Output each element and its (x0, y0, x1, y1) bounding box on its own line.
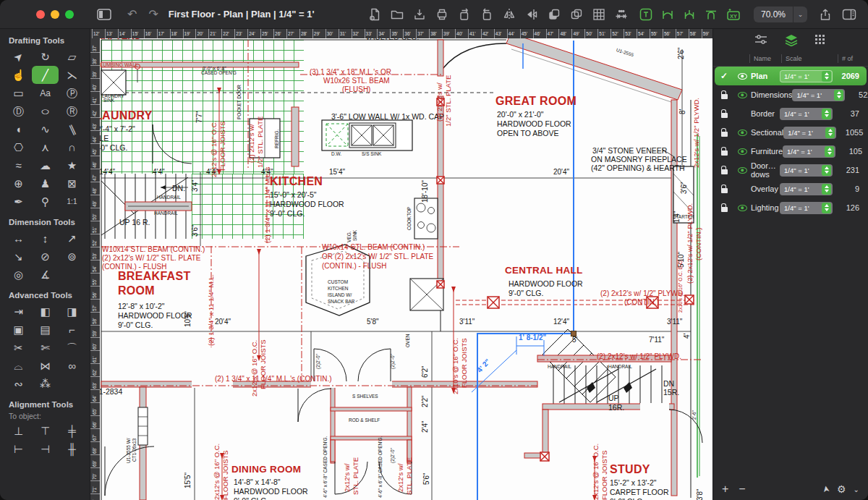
layer-scale-dropdown[interactable]: 1/4" = 1' (780, 70, 833, 82)
tool-spline[interactable]: ⋏ (32, 138, 59, 156)
layer-row-Dimensions[interactable]: Dimensions1/4" = 1'522 (715, 85, 867, 104)
active-check-icon[interactable]: ✓ (715, 71, 733, 81)
dimension-roof-icon[interactable] (705, 8, 718, 21)
close-button[interactable] (36, 10, 45, 19)
selection-handle[interactable] (571, 331, 576, 336)
tool-dim-aligned[interactable]: ↗ (59, 229, 85, 247)
tool-align-left[interactable]: ⊢ (5, 440, 32, 458)
tool-dim-angle[interactable]: ∡ (32, 266, 59, 284)
footer-chevron-icon[interactable]: ⌄ (854, 486, 859, 493)
layer-scale-dropdown[interactable]: 1/4" = 1' (783, 127, 836, 139)
add-layer-button[interactable]: + (722, 483, 728, 496)
layer-scale-dropdown[interactable]: 1/4" = 1' (780, 202, 833, 214)
fullscreen-button[interactable] (65, 10, 74, 19)
tool-construction-line[interactable]: ⋋ (59, 66, 85, 84)
tool-join[interactable]: ⌐ (59, 321, 85, 339)
right-panel-toggle-icon[interactable] (842, 8, 856, 21)
visibility-eye-icon[interactable] (738, 205, 747, 211)
visibility-eye-icon[interactable] (738, 148, 747, 155)
scale-stepper-icon[interactable] (822, 71, 831, 82)
scale-stepper-icon[interactable] (825, 127, 835, 138)
components-tab-icon[interactable] (814, 34, 827, 46)
scale-stepper-icon[interactable] (822, 184, 831, 195)
tool-select[interactable]: ➤ (5, 48, 32, 66)
tool-pan[interactable]: ☝ (5, 66, 32, 84)
layer-row-Furniture[interactable]: Furniture1/4" = 1'105 (715, 142, 867, 161)
traffic-lights[interactable] (36, 10, 74, 19)
layer-row-Lighting[interactable]: Lighting1/4" = 1'126 (715, 198, 867, 217)
tool-fillet[interactable]: ⌒ (59, 339, 85, 357)
rotate-cw-icon[interactable] (458, 8, 471, 21)
tool-stamp[interactable]: ♟ (32, 174, 59, 192)
dimension-arc-extended-icon[interactable] (683, 8, 696, 21)
tool-align-center-h[interactable]: ╪ (59, 422, 85, 440)
tool-closed-freeform[interactable]: ☁ (32, 156, 59, 174)
undo-icon[interactable]: ↶ (127, 7, 137, 21)
scale-stepper-icon[interactable] (822, 109, 831, 119)
tool-link[interactable]: ∞ (59, 357, 85, 375)
rotate-ccw-icon[interactable] (480, 8, 493, 21)
lock-icon[interactable] (721, 94, 728, 99)
mirror-icon[interactable] (503, 8, 516, 21)
layers-tab-icon[interactable] (784, 34, 799, 46)
tool-cross-box[interactable]: ⊠ (59, 174, 85, 192)
tool-send-backward[interactable]: ▤ (32, 321, 59, 339)
open-folder-icon[interactable] (391, 8, 404, 21)
tool-pentagon-select[interactable]: ◖ (5, 120, 32, 138)
tool-arc[interactable]: ∩ (59, 138, 85, 156)
copy-icon[interactable] (548, 8, 561, 21)
tool-bring-forward[interactable]: ▣ (5, 321, 32, 339)
drawing-canvas[interactable]: RAFTERSLAUNDRY12'-4" x 7'-2"TILE9'-0" CL… (90, 29, 712, 500)
tool-ellipse[interactable]: ○ (32, 102, 59, 120)
zoom-dropdown-chevron-icon[interactable]: ⌄ (793, 7, 807, 22)
tool-mirror-tool[interactable]: ⋈ (32, 357, 59, 375)
duplicate-icon[interactable] (570, 8, 583, 21)
redo-icon[interactable]: ↷ (148, 7, 158, 21)
visibility-eye-icon[interactable] (738, 92, 747, 98)
dimension-arc-icon[interactable] (661, 8, 674, 21)
tool-curve[interactable]: ∿ (32, 120, 59, 138)
tool-rounded-rectangle[interactable]: Ⓡ (59, 102, 85, 120)
layer-row-Sectional[interactable]: Sectional1/4" = 1'1055 (715, 123, 867, 142)
visibility-eye-icon[interactable] (738, 130, 747, 136)
layer-row-Overlay[interactable]: Overlay1/4" = 1'9 (715, 179, 867, 198)
tool-align-right[interactable]: ⊣ (32, 440, 59, 458)
tool-align-bottom[interactable]: ⊥ (5, 422, 32, 440)
layer-scale-dropdown[interactable]: 1/4" = 1' (780, 108, 833, 120)
tool-group[interactable]: ⁂ (32, 375, 59, 393)
grid-icon[interactable] (592, 8, 605, 21)
tool-edit-points[interactable]: ⇥ (5, 302, 32, 321)
scale-stepper-icon[interactable] (834, 90, 843, 101)
tool-dim-horizontal[interactable]: ↔ (5, 229, 32, 247)
tool-align-top[interactable]: ⊤ (32, 422, 59, 440)
lock-icon[interactable] (721, 151, 728, 156)
flip-horizontal-icon[interactable] (525, 8, 538, 21)
print-icon[interactable] (435, 8, 448, 21)
tool-multi-trim[interactable]: ✄ (32, 339, 59, 357)
tool-eyedropper[interactable]: ✒ (5, 192, 32, 211)
tool-polygon[interactable]: ⎔ (5, 138, 32, 156)
share-icon[interactable] (819, 8, 832, 21)
scale-stepper-icon[interactable] (822, 165, 831, 176)
dimension-options-icon[interactable] (615, 8, 628, 21)
tool-circle-diameter[interactable]: Ⓓ (5, 102, 32, 120)
tool-dim-diameter[interactable]: ⊘ (32, 247, 59, 266)
tool-dim-radius[interactable]: ⊚ (59, 247, 85, 266)
tool-rectangle[interactable]: ▭ (5, 84, 32, 102)
visibility-eye-icon[interactable] (738, 167, 747, 174)
tool-transform[interactable]: ▱ (59, 48, 85, 66)
tool-center-mark[interactable]: ◎ (5, 266, 32, 284)
tool-cut[interactable]: ✂ (5, 339, 32, 357)
tool-one-to-one[interactable]: 1:1 (59, 192, 85, 211)
scale-stepper-icon[interactable] (822, 203, 831, 213)
zoom-control[interactable]: 70.0% ⌄ (754, 7, 807, 22)
layer-scale-dropdown[interactable]: 1/4" = 1' (780, 183, 833, 195)
tool-star[interactable]: ★ (59, 156, 85, 174)
tool-detach[interactable]: ∾ (5, 375, 32, 393)
lock-icon[interactable] (721, 188, 728, 193)
lock-icon[interactable] (721, 113, 728, 118)
layer-scale-dropdown[interactable]: 1/4" = 1' (780, 164, 833, 177)
tool-double-line[interactable]: ∥ (59, 120, 85, 138)
tool-zoom[interactable]: ⚲ (32, 192, 59, 211)
tool-text[interactable]: Aa (32, 84, 59, 102)
